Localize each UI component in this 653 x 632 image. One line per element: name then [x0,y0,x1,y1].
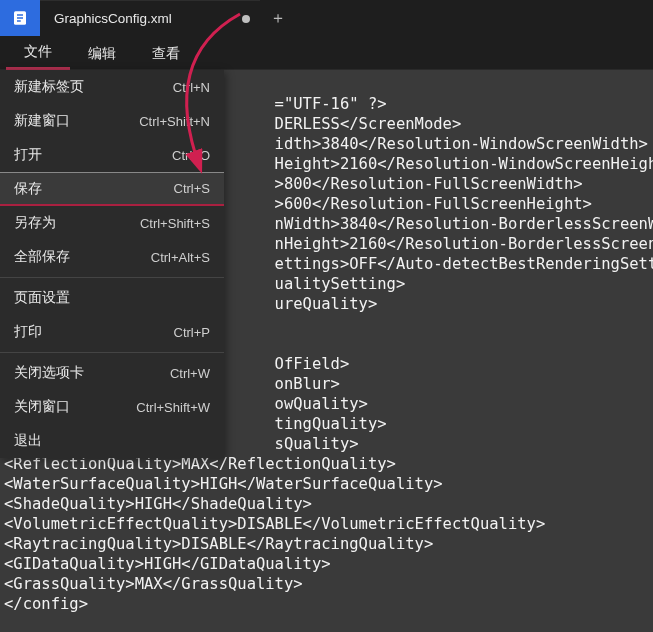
menu-view[interactable]: 查看 [134,36,198,70]
menu-label: 另存为 [14,214,56,232]
tab-title: GraphicsConfig.xml [54,11,172,26]
menu-new-tab[interactable]: 新建标签页 Ctrl+N [0,70,224,104]
code-line: <ShadeQuality>HIGH</ShadeQuality> [4,495,312,513]
menu-shortcut: Ctrl+Shift+W [136,400,210,415]
code-line: <VolumetricEffectQuality>DISABLE</Volume… [4,515,545,533]
menu-new-window[interactable]: 新建窗口 Ctrl+Shift+N [0,104,224,138]
file-dropdown: 新建标签页 Ctrl+N 新建窗口 Ctrl+Shift+N 打开 Ctrl+O… [0,70,224,458]
menu-label: 打印 [14,323,42,341]
code-line: </config> [4,595,88,613]
menu-shortcut: Ctrl+O [172,148,210,163]
menu-label: 新建标签页 [14,78,84,96]
code-line: <GrassQuality>MAX</GrassQuality> [4,575,303,593]
menu-shortcut: Ctrl+Shift+N [139,114,210,129]
menu-exit[interactable]: 退出 [0,424,224,458]
code-line: <RaytracingQuality>DISABLE</RaytracingQu… [4,535,433,553]
menu-open[interactable]: 打开 Ctrl+O [0,138,224,172]
menu-page-setup[interactable]: 页面设置 [0,281,224,315]
menu-label: 关闭窗口 [14,398,70,416]
plus-icon: ＋ [270,8,286,29]
menu-shortcut: Ctrl+N [173,80,210,95]
menu-label: 退出 [14,432,42,450]
new-tab-button[interactable]: ＋ [260,0,296,36]
menu-save-as[interactable]: 另存为 Ctrl+Shift+S [0,206,224,240]
menu-edit[interactable]: 编辑 [70,36,134,70]
menu-shortcut: Ctrl+P [174,325,210,340]
menu-file[interactable]: 文件 [6,36,70,70]
menu-label: 关闭选项卡 [14,364,84,382]
menu-shortcut: Ctrl+Shift+S [140,216,210,231]
menu-label: 打开 [14,146,42,164]
tab-graphicsconfig[interactable]: GraphicsConfig.xml [40,0,260,36]
menu-shortcut: Ctrl+W [170,366,210,381]
menu-label: 页面设置 [14,289,70,307]
menu-save[interactable]: 保存 Ctrl+S [0,172,224,206]
menu-shortcut: Ctrl+S [174,181,210,196]
menu-label: 全部保存 [14,248,70,266]
notepad-icon [0,0,40,36]
menu-close-tab[interactable]: 关闭选项卡 Ctrl+W [0,356,224,390]
menu-bar: 文件 编辑 查看 [0,36,653,70]
menu-separator [0,352,224,353]
menu-separator [0,277,224,278]
menu-shortcut: Ctrl+Alt+S [151,250,210,265]
tab-dirty-indicator-icon [242,15,250,23]
menu-save-all[interactable]: 全部保存 Ctrl+Alt+S [0,240,224,274]
menu-close-window[interactable]: 关闭窗口 Ctrl+Shift+W [0,390,224,424]
code-line: <GIDataQuality>HIGH</GIDataQuality> [4,555,331,573]
menu-print[interactable]: 打印 Ctrl+P [0,315,224,349]
title-bar: GraphicsConfig.xml ＋ [0,0,653,36]
menu-label: 新建窗口 [14,112,70,130]
menu-label: 保存 [14,180,42,198]
code-line: <WaterSurfaceQuality>HIGH</WaterSurfaceQ… [4,475,443,493]
